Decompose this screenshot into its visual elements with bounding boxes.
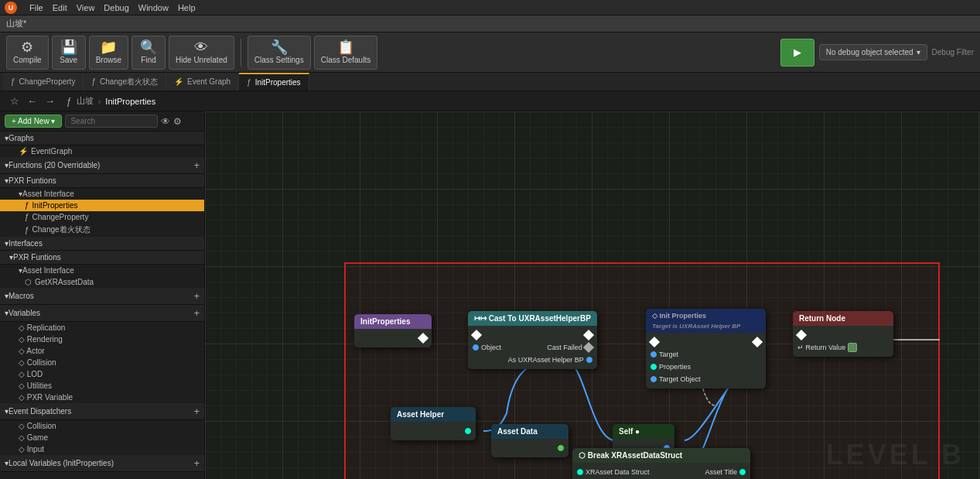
sidebar-gear-button[interactable]: ⚙	[173, 116, 182, 127]
node-ipc-exec-in[interactable]	[649, 337, 660, 347]
class-settings-button[interactable]: 🔧 Class Settings	[248, 36, 311, 70]
sidebar-item-actor[interactable]: ◇ Actor	[0, 345, 204, 357]
toolbar: ⚙ Compile 💾 Save 📁 Browse 🔍 Find 👁 Hide …	[0, 33, 980, 73]
fn-icon: ƒ	[67, 96, 72, 107]
node-ipc-exec-out[interactable]	[752, 337, 763, 347]
sidebar-item-rendering[interactable]: ◇ Rendering	[0, 334, 204, 345]
tab-event-icon: ⚡	[174, 77, 183, 86]
menu-item-edit[interactable]: Edit	[53, 3, 67, 12]
tab-change-fire-label: Change着火状态	[100, 77, 158, 87]
node-cast-as-pin[interactable]	[586, 357, 592, 363]
node-init-exec-out-pin[interactable]	[418, 333, 429, 344]
node-return[interactable]: Return Node ↵ Return Value	[793, 311, 893, 357]
node-break-xrasset[interactable]: ⬡ Break XRAssetDataStruct XRAsset Data S…	[572, 448, 750, 479]
menu-item-file[interactable]: File	[29, 3, 43, 12]
node-init-properties[interactable]: InitProperties	[354, 314, 432, 347]
breadcrumb-root[interactable]: 山坡	[77, 95, 94, 107]
hide-unrelated-label: Hide Unrelated	[176, 56, 227, 64]
node-asset-helper[interactable]: Asset Helper	[391, 407, 476, 440]
node-asset-data-out-pin[interactable]	[558, 445, 564, 451]
functions-label: ▾Functions (20 Overridable)	[5, 161, 100, 169]
menu-item-help[interactable]: Help	[178, 3, 196, 12]
node-ipc-target-pin[interactable]	[650, 351, 657, 358]
sidebar-item-collision2[interactable]: ◇ Collision	[0, 420, 204, 432]
save-button[interactable]: 💾 Save	[52, 36, 86, 70]
variables-header[interactable]: ▾Variables +	[0, 305, 204, 322]
debug-section: ▶ No debug object selected ▾ Debug Filte…	[780, 39, 974, 67]
class-defaults-button[interactable]: 📋 Class Defaults	[314, 36, 377, 70]
get-xr-label: GetXRAssetData	[35, 278, 94, 286]
menu-item-view[interactable]: View	[77, 3, 95, 12]
node-break-asset-title-pin[interactable]	[739, 469, 746, 475]
forward-button[interactable]: →	[43, 94, 57, 108]
menu-item-window[interactable]: Window	[138, 3, 169, 12]
interfaces-header[interactable]: ▾Interfaces	[0, 237, 204, 251]
back-button[interactable]: ←	[25, 94, 39, 108]
debug-object-dropdown[interactable]: No debug object selected ▾	[819, 44, 927, 60]
functions-section: ▾Functions (20 Overridable) +	[0, 157, 204, 174]
event-dispatchers-add-button[interactable]: +	[193, 405, 200, 417]
node-cast-to-body: Object Cast Failed As UXRAsset Helper BP	[468, 326, 597, 369]
sidebar-item-collision[interactable]: ◇ Collision	[0, 357, 204, 368]
node-break-xrasset-body: XRAsset Data Struct Asset Title Asset Ty…	[572, 463, 750, 479]
sidebar-item-lod[interactable]: ◇ LOD	[0, 368, 204, 380]
sidebar-item-utilities[interactable]: ◇ Utilities	[0, 380, 204, 392]
node-asset-data[interactable]: Asset Data	[491, 424, 569, 457]
variables-add-button[interactable]: +	[193, 307, 200, 319]
node-return-exec-in[interactable]	[796, 330, 807, 340]
node-cast-exec-in[interactable]	[471, 330, 482, 340]
sidebar-item-get-xr-asset[interactable]: ⬡ GetXRAssetData	[0, 276, 204, 288]
compile-button[interactable]: ⚙ Compile	[6, 36, 49, 70]
node-break-xrasset-title: ⬡ Break XRAssetDataStruct	[579, 451, 682, 460]
node-init-props-call[interactable]: ◇ Init Properties Target is UXRAsset Hel…	[646, 309, 766, 388]
node-break-xrasset-in-pin[interactable]	[577, 469, 583, 475]
sidebar-item-game[interactable]: ◇ Game	[0, 432, 204, 443]
sidebar-item-init-properties[interactable]: ƒ InitProperties	[0, 200, 204, 211]
macros-add-button[interactable]: +	[193, 290, 200, 302]
browse-button[interactable]: 📁 Browse	[89, 36, 128, 70]
pxr-functions-header[interactable]: ▾PXR Funtions	[0, 174, 204, 188]
node-ipc-props-label: Properties	[659, 363, 691, 371]
local-variables-header[interactable]: ▾Local Variables (InitProperties) +	[0, 455, 204, 472]
node-cast-object-pin[interactable]	[473, 344, 479, 351]
node-asset-helper-out-pin[interactable]	[465, 428, 471, 434]
node-cast-object-label: Object	[481, 344, 501, 351]
sidebar-item-pxr-variable[interactable]: ◇ PXR Variable	[0, 392, 204, 403]
graph-area[interactable]: InitProperties ↦↦ Cast To UXRAssetHelper…	[205, 111, 980, 479]
node-cast-exec-out[interactable]	[583, 330, 594, 340]
bookmark-button[interactable]: ☆	[8, 94, 22, 108]
node-return-value-checkbox[interactable]	[848, 343, 857, 352]
local-variables-add-button[interactable]: +	[193, 457, 200, 469]
tab-change-property[interactable]: ƒ ChangeProperty	[3, 73, 84, 91]
macros-header[interactable]: ▾Macros +	[0, 288, 204, 305]
add-new-button[interactable]: + Add New ▾	[5, 115, 62, 128]
lod-label: ◇ LOD	[19, 370, 43, 378]
sidebar-search-input[interactable]	[65, 115, 158, 128]
sidebar-item-replication[interactable]: ◇ Replication	[0, 322, 204, 334]
node-init-props-call-header: ◇ Init Properties Target is UXRAsset Hel…	[646, 309, 766, 333]
functions-header[interactable]: ▾Functions (20 Overridable) +	[0, 157, 204, 174]
graphs-header[interactable]: ▾Graphs	[0, 132, 204, 145]
sidebar-item-change-property[interactable]: ƒ ChangeProperty	[0, 211, 204, 223]
node-ipc-props-pin[interactable]	[650, 364, 657, 370]
find-button[interactable]: 🔍 Find	[131, 36, 166, 70]
sidebar-item-eventgraph[interactable]: ⚡ EventGraph	[0, 145, 204, 157]
menu-item-debug[interactable]: Debug	[104, 3, 128, 12]
pxr-functions2-header[interactable]: ▾PXR Funtions	[0, 251, 204, 265]
node-cast-to[interactable]: ↦↦ Cast To UXRAssetHelperBP Object	[468, 311, 597, 369]
node-asset-helper-header: Asset Helper	[391, 407, 476, 422]
hide-unrelated-button[interactable]: 👁 Hide Unrelated	[169, 36, 234, 70]
node-cast-failed-pin[interactable]	[583, 342, 594, 353]
node-ipc-target-obj-pin[interactable]	[650, 376, 657, 382]
eye-button[interactable]: 👁	[161, 116, 170, 127]
play-button[interactable]: ▶	[780, 39, 814, 67]
tab-init-properties[interactable]: ƒ InitProperties	[239, 73, 309, 91]
sidebar-item-asset-interface[interactable]: ▾Asset Interface	[0, 188, 204, 200]
sidebar-item-change-fire[interactable]: ƒ Change着火状态	[0, 223, 204, 237]
tab-event-graph[interactable]: ⚡ Event Graph	[166, 73, 239, 91]
sidebar-item-asset-interface2[interactable]: ▾Asset Interface	[0, 265, 204, 276]
functions-add-button[interactable]: +	[193, 159, 200, 171]
tab-change-fire[interactable]: ƒ Change着火状态	[84, 73, 166, 91]
sidebar-item-input[interactable]: ◇ Input	[0, 443, 204, 455]
event-dispatchers-header[interactable]: ▾Event Dispatchers +	[0, 403, 204, 420]
